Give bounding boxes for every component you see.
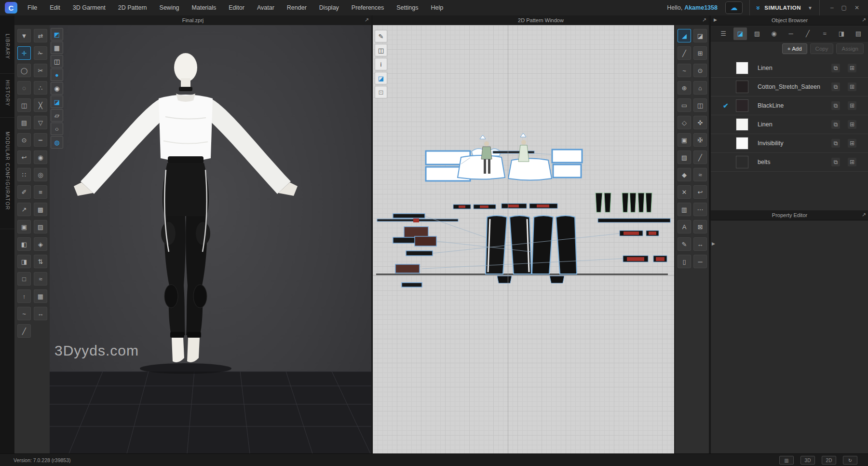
menu-item[interactable]: Settings: [390, 0, 424, 15]
menu-item[interactable]: Preferences: [345, 0, 390, 15]
ruler-pen-icon[interactable]: ╱: [17, 324, 31, 338]
show-fabric-icon[interactable]: ⧉: [831, 139, 840, 148]
arrange-points-icon[interactable]: ∴: [34, 81, 47, 95]
fabric-row[interactable]: ✔ Cotton_Stretch_Sateen ⧉ ⊞: [711, 78, 868, 96]
minimize-button[interactable]: –: [830, 4, 834, 11]
trim-icon[interactable]: ◈: [34, 237, 47, 251]
viewport-2d[interactable]: ✎◫i◪⊡: [373, 25, 674, 453]
needle-icon[interactable]: ╱: [693, 151, 707, 164]
texture-roll-icon[interactable]: ▨: [34, 220, 47, 233]
sidebar-tab-modular-configurator[interactable]: MODULAR CONFIGURATOR: [0, 113, 14, 229]
add-colorway-icon[interactable]: ⊞: [848, 139, 856, 148]
select-lasso-icon[interactable]: ◌: [17, 81, 31, 95]
show-fabric-icon[interactable]: ⧉: [831, 64, 840, 72]
annotation-pen-icon[interactable]: ✎: [678, 237, 691, 251]
show-cloth-icon[interactable]: ▱: [51, 109, 63, 122]
menu-item[interactable]: Sewing: [153, 0, 186, 15]
show-3d-garment-icon[interactable]: ◩: [51, 28, 63, 41]
menu-item[interactable]: Display: [313, 0, 345, 15]
body-shape-icon[interactable]: □: [17, 272, 31, 286]
garment-fit-icon[interactable]: ◫: [17, 98, 31, 112]
select-mesh-icon[interactable]: ◯: [17, 64, 31, 77]
add-colorway-icon[interactable]: ⊞: [848, 158, 856, 166]
menu-item[interactable]: Materials: [186, 0, 223, 15]
show-fabric-icon[interactable]: ⧉: [831, 120, 840, 129]
edit-texture-icon[interactable]: ◪: [693, 29, 707, 42]
popout-icon[interactable]: ↗: [862, 17, 866, 23]
menu-item[interactable]: File: [21, 0, 43, 15]
export-garment-icon[interactable]: ↗: [17, 203, 31, 216]
add-colorway-icon[interactable]: ⊞: [848, 64, 856, 72]
show-environment-icon[interactable]: ◍: [51, 136, 63, 149]
stitch-dots-icon[interactable]: ⋯: [693, 203, 707, 216]
pants-pattern[interactable]: [486, 216, 577, 283]
add-colorway-icon[interactable]: ⊞: [848, 82, 856, 91]
graded-pattern-icon[interactable]: ✠: [693, 133, 707, 147]
tab-puckering[interactable]: ≈: [818, 27, 831, 40]
cloud-sync-button[interactable]: ☁: [725, 1, 743, 14]
show-fabric-3d-icon[interactable]: ◪: [51, 96, 63, 108]
fabric-swatch[interactable]: [736, 137, 748, 150]
menu-item[interactable]: 3D Garment: [67, 0, 112, 15]
fold-arrangement-icon[interactable]: ↩: [17, 151, 31, 164]
menu-item[interactable]: Edit: [43, 0, 67, 15]
add-colorway-icon[interactable]: ⊞: [848, 120, 856, 129]
popout-icon[interactable]: ↗: [702, 17, 706, 23]
menu-item[interactable]: Render: [281, 0, 313, 15]
fabric-row[interactable]: ✔ belts ⧉ ⊞: [711, 153, 868, 172]
restore-button[interactable]: ▢: [841, 4, 847, 11]
show-sketch-icon[interactable]: ✎: [375, 30, 387, 42]
notch-tool-icon[interactable]: ✕: [678, 185, 691, 199]
pin-2d-icon[interactable]: ⊙: [693, 64, 707, 77]
clone-fabric-icon[interactable]: ⊠: [693, 220, 707, 233]
tab-fabric[interactable]: ◪: [733, 27, 747, 40]
copy-button[interactable]: Copy: [810, 43, 834, 54]
jacket-icon[interactable]: ▣: [17, 220, 31, 233]
fold-arrow-icon[interactable]: ↩: [693, 185, 707, 199]
sewing-machine-icon[interactable]: ▤: [17, 116, 31, 129]
show-fabric-icon[interactable]: ⧉: [831, 82, 840, 91]
tab-zipper[interactable]: ▤: [852, 27, 865, 40]
show-mesh-icon[interactable]: ▦: [51, 41, 63, 54]
menu-item[interactable]: Help: [424, 0, 449, 15]
popout-icon[interactable]: ↗: [365, 17, 369, 23]
walk-avatar-icon[interactable]: ⇄: [34, 29, 47, 42]
simulation-mode-dropdown[interactable]: » SIMULATION ▼: [749, 0, 820, 15]
close-button[interactable]: ✕: [854, 4, 859, 11]
print-layout-icon[interactable]: ✜: [693, 116, 707, 129]
split-view-button[interactable]: ▥: [779, 456, 794, 465]
lift-garment-icon[interactable]: ↑: [17, 289, 31, 303]
popout-icon[interactable]: ↗: [862, 212, 866, 218]
paired-vests-icon[interactable]: ◨: [17, 255, 31, 268]
pattern-info-icon[interactable]: i: [375, 58, 387, 70]
solidify-icon[interactable]: ▦: [34, 289, 47, 303]
fabric-swatch[interactable]: [736, 118, 748, 131]
tab-graphic[interactable]: ▨: [750, 27, 764, 40]
avatar[interactable]: [74, 53, 298, 362]
tab-scene-list[interactable]: ☰: [717, 27, 730, 40]
show-fabric-icon[interactable]: ⧉: [831, 101, 840, 110]
show-avatar-icon[interactable]: ◉: [51, 82, 63, 95]
lock-pattern-icon[interactable]: ⊡: [375, 86, 387, 98]
x-ray-joints-icon[interactable]: ╳: [34, 98, 47, 112]
show-fabric-icon[interactable]: ⧉: [831, 158, 840, 166]
simulate-icon[interactable]: ▼: [17, 29, 31, 42]
tab-buttonhole[interactable]: ╱: [801, 27, 814, 40]
dart-tool-icon[interactable]: ◆: [678, 168, 691, 181]
show-garment-2d-icon[interactable]: ◫: [693, 98, 707, 112]
button-icon[interactable]: ◉: [34, 151, 47, 164]
show-fit-map-icon[interactable]: ◫: [51, 55, 63, 68]
iron-icon[interactable]: ⌂: [693, 81, 707, 95]
transform-pattern-icon[interactable]: ◢: [678, 29, 691, 42]
fabric-swatch[interactable]: [736, 156, 748, 168]
stitch-display-icon[interactable]: ┅: [34, 133, 47, 147]
paired-shirts-icon[interactable]: ◧: [17, 237, 31, 251]
edit-pattern-icon[interactable]: ╱: [678, 46, 691, 60]
fabric-swatch[interactable]: [736, 99, 748, 112]
puckering-icon[interactable]: ≈: [693, 168, 707, 181]
pleats-icon[interactable]: ⇅: [34, 255, 47, 268]
mini-sewing-icon[interactable]: ⊞: [693, 46, 707, 60]
fabric-swatch[interactable]: [736, 81, 748, 93]
edit-curve-point-icon[interactable]: ~: [678, 64, 691, 77]
add-button[interactable]: + Add: [782, 43, 807, 54]
